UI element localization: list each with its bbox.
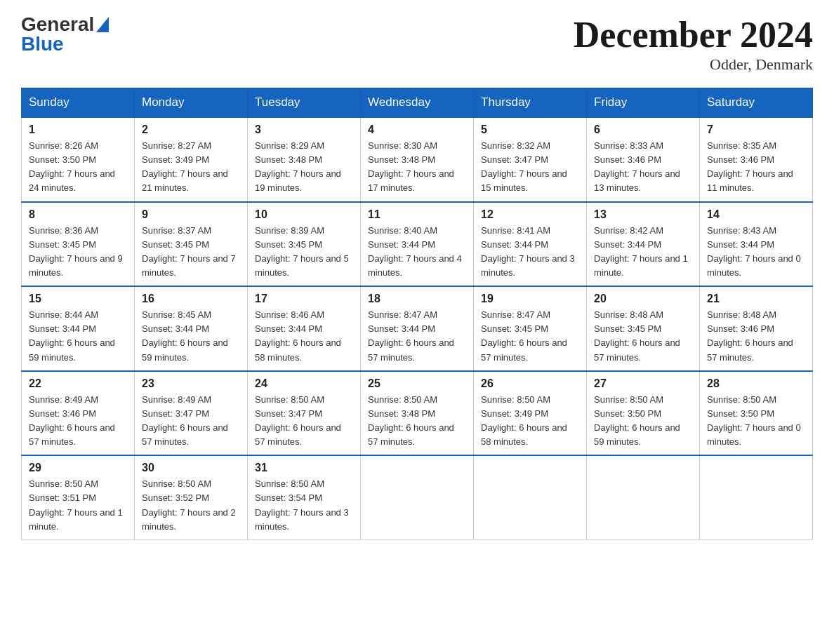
day-info: Sunrise: 8:46 AM Sunset: 3:44 PM Dayligh…: [255, 308, 353, 365]
day-number: 10: [255, 208, 353, 221]
day-number: 20: [594, 293, 692, 305]
day-number: 17: [255, 293, 353, 305]
day-number: 3: [255, 123, 353, 136]
day-info: Sunrise: 8:48 AM Sunset: 3:45 PM Dayligh…: [594, 308, 692, 365]
day-number: 2: [142, 123, 240, 136]
day-number: 6: [594, 123, 692, 136]
calendar-week-row: 29 Sunrise: 8:50 AM Sunset: 3:51 PM Dayl…: [22, 455, 813, 539]
table-row: 25 Sunrise: 8:50 AM Sunset: 3:48 PM Dayl…: [361, 371, 474, 456]
day-info: Sunrise: 8:40 AM Sunset: 3:44 PM Dayligh…: [368, 224, 466, 281]
table-row: [700, 455, 813, 539]
table-row: 1 Sunrise: 8:26 AM Sunset: 3:50 PM Dayli…: [22, 117, 135, 202]
table-row: 23 Sunrise: 8:49 AM Sunset: 3:47 PM Dayl…: [135, 371, 248, 456]
logo-blue: Blue: [21, 33, 64, 55]
table-row: 22 Sunrise: 8:49 AM Sunset: 3:46 PM Dayl…: [22, 371, 135, 456]
table-row: 2 Sunrise: 8:27 AM Sunset: 3:49 PM Dayli…: [135, 117, 248, 202]
col-monday: Monday: [135, 88, 248, 118]
table-row: [587, 455, 700, 539]
table-row: 3 Sunrise: 8:29 AM Sunset: 3:48 PM Dayli…: [248, 117, 361, 202]
table-row: 21 Sunrise: 8:48 AM Sunset: 3:46 PM Dayl…: [700, 286, 813, 371]
day-info: Sunrise: 8:45 AM Sunset: 3:44 PM Dayligh…: [142, 308, 240, 365]
day-number: 27: [594, 377, 692, 390]
table-row: 14 Sunrise: 8:43 AM Sunset: 3:44 PM Dayl…: [700, 202, 813, 287]
table-row: 27 Sunrise: 8:50 AM Sunset: 3:50 PM Dayl…: [587, 371, 700, 456]
day-number: 28: [707, 377, 805, 390]
day-info: Sunrise: 8:47 AM Sunset: 3:44 PM Dayligh…: [368, 308, 466, 365]
day-number: 22: [29, 377, 127, 390]
day-number: 25: [368, 377, 466, 390]
day-number: 9: [142, 208, 240, 221]
day-info: Sunrise: 8:50 AM Sunset: 3:50 PM Dayligh…: [594, 393, 692, 450]
day-info: Sunrise: 8:37 AM Sunset: 3:45 PM Dayligh…: [142, 224, 240, 281]
location-subtitle: Odder, Denmark: [574, 55, 813, 74]
table-row: 18 Sunrise: 8:47 AM Sunset: 3:44 PM Dayl…: [361, 286, 474, 371]
day-info: Sunrise: 8:44 AM Sunset: 3:44 PM Dayligh…: [29, 308, 127, 365]
day-info: Sunrise: 8:50 AM Sunset: 3:48 PM Dayligh…: [368, 393, 466, 450]
day-info: Sunrise: 8:48 AM Sunset: 3:46 PM Dayligh…: [707, 308, 805, 365]
day-number: 14: [707, 208, 805, 221]
col-saturday: Saturday: [700, 88, 813, 118]
table-row: 13 Sunrise: 8:42 AM Sunset: 3:44 PM Dayl…: [587, 202, 700, 287]
day-info: Sunrise: 8:50 AM Sunset: 3:51 PM Dayligh…: [29, 477, 127, 534]
page-header: General Blue December 2024 Odder, Denmar…: [21, 14, 813, 74]
day-number: 13: [594, 208, 692, 221]
calendar-table: Sunday Monday Tuesday Wednesday Thursday…: [21, 88, 813, 540]
day-info: Sunrise: 8:49 AM Sunset: 3:46 PM Dayligh…: [29, 393, 127, 450]
table-row: [361, 455, 474, 539]
table-row: 24 Sunrise: 8:50 AM Sunset: 3:47 PM Dayl…: [248, 371, 361, 456]
day-number: 4: [368, 123, 466, 136]
day-info: Sunrise: 8:29 AM Sunset: 3:48 PM Dayligh…: [255, 139, 353, 196]
day-info: Sunrise: 8:26 AM Sunset: 3:50 PM Dayligh…: [29, 139, 127, 196]
col-wednesday: Wednesday: [361, 88, 474, 118]
calendar-week-row: 22 Sunrise: 8:49 AM Sunset: 3:46 PM Dayl…: [22, 371, 813, 456]
day-number: 7: [707, 123, 805, 136]
col-tuesday: Tuesday: [248, 88, 361, 118]
table-row: 15 Sunrise: 8:44 AM Sunset: 3:44 PM Dayl…: [22, 286, 135, 371]
day-number: 23: [142, 377, 240, 390]
table-row: 16 Sunrise: 8:45 AM Sunset: 3:44 PM Dayl…: [135, 286, 248, 371]
day-info: Sunrise: 8:35 AM Sunset: 3:46 PM Dayligh…: [707, 139, 805, 196]
calendar-week-row: 15 Sunrise: 8:44 AM Sunset: 3:44 PM Dayl…: [22, 286, 813, 371]
table-row: 28 Sunrise: 8:50 AM Sunset: 3:50 PM Dayl…: [700, 371, 813, 456]
calendar-week-row: 8 Sunrise: 8:36 AM Sunset: 3:45 PM Dayli…: [22, 202, 813, 287]
day-info: Sunrise: 8:50 AM Sunset: 3:54 PM Dayligh…: [255, 477, 353, 534]
day-info: Sunrise: 8:41 AM Sunset: 3:44 PM Dayligh…: [481, 224, 579, 281]
day-info: Sunrise: 8:50 AM Sunset: 3:50 PM Dayligh…: [707, 393, 805, 450]
table-row: 29 Sunrise: 8:50 AM Sunset: 3:51 PM Dayl…: [22, 455, 135, 539]
table-row: 12 Sunrise: 8:41 AM Sunset: 3:44 PM Dayl…: [474, 202, 587, 287]
col-thursday: Thursday: [474, 88, 587, 118]
day-number: 18: [368, 293, 466, 305]
svg-marker-0: [96, 17, 109, 32]
col-friday: Friday: [587, 88, 700, 118]
day-info: Sunrise: 8:27 AM Sunset: 3:49 PM Dayligh…: [142, 139, 240, 196]
day-number: 11: [368, 208, 466, 221]
day-info: Sunrise: 8:50 AM Sunset: 3:52 PM Dayligh…: [142, 477, 240, 534]
day-number: 29: [29, 462, 127, 474]
day-number: 15: [29, 293, 127, 305]
col-sunday: Sunday: [22, 88, 135, 118]
table-row: 8 Sunrise: 8:36 AM Sunset: 3:45 PM Dayli…: [22, 202, 135, 287]
day-number: 26: [481, 377, 579, 390]
day-number: 24: [255, 377, 353, 390]
table-row: 31 Sunrise: 8:50 AM Sunset: 3:54 PM Dayl…: [248, 455, 361, 539]
day-info: Sunrise: 8:50 AM Sunset: 3:47 PM Dayligh…: [255, 393, 353, 450]
table-row: [474, 455, 587, 539]
day-number: 8: [29, 208, 127, 221]
month-year-title: December 2024: [574, 14, 813, 55]
day-info: Sunrise: 8:42 AM Sunset: 3:44 PM Dayligh…: [594, 224, 692, 281]
table-row: 30 Sunrise: 8:50 AM Sunset: 3:52 PM Dayl…: [135, 455, 248, 539]
logo-triangle-icon: [96, 17, 109, 34]
table-row: 9 Sunrise: 8:37 AM Sunset: 3:45 PM Dayli…: [135, 202, 248, 287]
table-row: 5 Sunrise: 8:32 AM Sunset: 3:47 PM Dayli…: [474, 117, 587, 202]
logo-general: General: [21, 15, 94, 34]
day-number: 12: [481, 208, 579, 221]
day-number: 21: [707, 293, 805, 305]
day-info: Sunrise: 8:32 AM Sunset: 3:47 PM Dayligh…: [481, 139, 579, 196]
day-number: 31: [255, 462, 353, 474]
day-info: Sunrise: 8:49 AM Sunset: 3:47 PM Dayligh…: [142, 393, 240, 450]
day-info: Sunrise: 8:30 AM Sunset: 3:48 PM Dayligh…: [368, 139, 466, 196]
day-number: 19: [481, 293, 579, 305]
day-info: Sunrise: 8:50 AM Sunset: 3:49 PM Dayligh…: [481, 393, 579, 450]
day-number: 5: [481, 123, 579, 136]
table-row: 11 Sunrise: 8:40 AM Sunset: 3:44 PM Dayl…: [361, 202, 474, 287]
